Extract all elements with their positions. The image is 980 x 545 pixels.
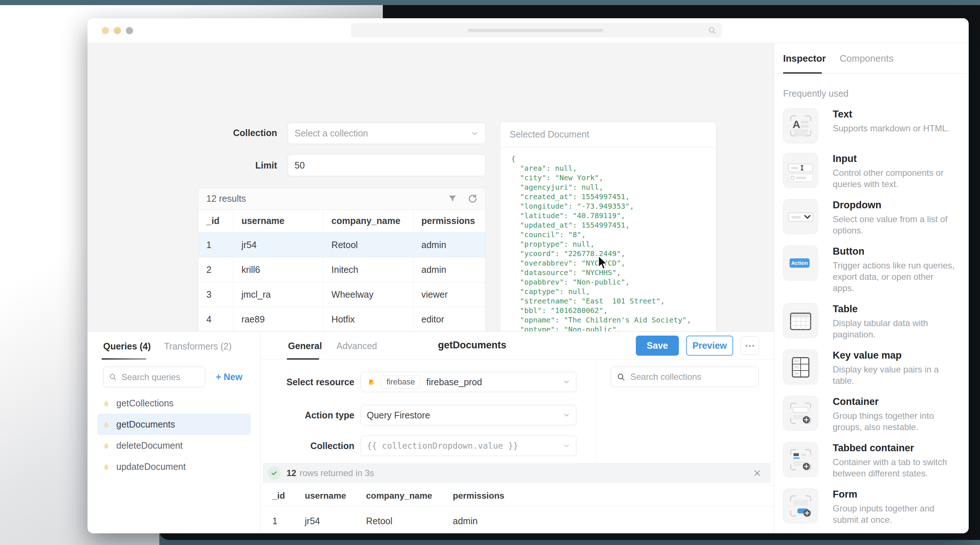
component-description: Control other components or queries with… — [833, 167, 957, 190]
table-cell: Wheelway — [323, 282, 414, 307]
active-tab-underline — [783, 72, 822, 74]
result-table-cell: admin — [441, 506, 774, 533]
table-cell: Hotfix — [323, 307, 414, 331]
table-cell: 3 — [198, 282, 233, 307]
table-cell: viewer — [413, 282, 485, 307]
firebase-query-icon — [102, 441, 111, 450]
component-text: Container Group things together into gro… — [833, 396, 957, 433]
query-name: getDocuments — [116, 419, 175, 430]
container-icon — [783, 396, 818, 431]
component-text: Tabbed container Container with a tab to… — [833, 442, 957, 479]
component-list-item[interactable]: Action Button Trigger actions like run q… — [783, 245, 969, 294]
tab-inspector[interactable]: Inspector — [783, 53, 826, 64]
table-cell: Initech — [323, 257, 414, 282]
ellipsis-icon — [745, 344, 755, 347]
component-icon-tile — [783, 349, 818, 384]
table-row[interactable]: 2krill6Initechadmin — [198, 257, 485, 282]
preview-button[interactable]: Preview — [686, 336, 733, 356]
filter-icon[interactable] — [448, 194, 457, 204]
query-list-item[interactable]: getCollections — [97, 392, 251, 414]
result-table-row[interactable]: 1jr54Retooladmin — [261, 506, 774, 533]
tab-components[interactable]: Components — [840, 53, 893, 64]
results-column-header[interactable]: username — [233, 210, 323, 233]
result-table-cell: Retool — [355, 506, 441, 533]
text-icon: A — [783, 108, 818, 143]
window-close-button[interactable] — [102, 27, 109, 34]
component-list-item[interactable]: Container Group things together into gro… — [783, 396, 969, 433]
results-column-header[interactable]: company_name — [323, 210, 414, 233]
component-name: Container — [833, 396, 957, 408]
search-queries-input[interactable]: Search queries — [103, 367, 205, 387]
results-table-card: 12 results — [198, 188, 485, 331]
component-description: Group things together into groups, also … — [833, 410, 957, 433]
component-name: Input — [833, 153, 957, 164]
window-zoom-button[interactable] — [126, 27, 133, 34]
search-queries-placeholder: Search queries — [121, 372, 180, 382]
tab-queries[interactable]: Queries (4) — [103, 341, 151, 352]
component-icon-tile: Action — [783, 245, 818, 280]
app-canvas: Collection Select a collection Limit 50 — [88, 43, 774, 331]
table-row[interactable]: 4rae89Hotfixeditor — [198, 307, 485, 331]
component-list-item[interactable]: Tabbed container Container with a tab to… — [783, 442, 969, 479]
tabbed-icon — [783, 442, 818, 477]
address-bar[interactable] — [351, 23, 722, 38]
results-column-header[interactable]: _id — [198, 210, 233, 233]
result-column-header: username — [293, 486, 355, 506]
chevron-down-icon — [471, 129, 479, 137]
status-message: rows returned in 3s — [300, 468, 374, 478]
tab-general[interactable]: General — [288, 341, 322, 351]
table-cell: rae89 — [233, 307, 323, 331]
mouse-cursor — [597, 255, 609, 271]
results-table-header: 12 results — [198, 188, 485, 210]
table-cell: 2 — [198, 257, 233, 282]
collection-select-placeholder: Select a collection — [294, 128, 368, 139]
component-list-item[interactable]: Table Display tabular data with paginati… — [783, 303, 969, 340]
refresh-icon[interactable] — [468, 194, 477, 204]
search-collections-input[interactable]: Search collections — [611, 367, 759, 387]
collection-template-input[interactable]: {{ collectionDropdown.value }} — [361, 435, 576, 456]
component-description: Select one value from a list of options. — [833, 214, 957, 236]
component-list-item[interactable]: Form Group inputs together and submit at… — [783, 488, 969, 525]
table-row[interactable]: 3jmcl_raWheelwayviewer — [198, 282, 485, 307]
svg-text:Action: Action — [791, 260, 808, 266]
component-text: Form Group inputs together and submit at… — [833, 488, 957, 525]
table-row[interactable]: 1jr54Retooladmin — [198, 233, 485, 257]
results-column-header[interactable]: permissions — [413, 210, 485, 233]
save-button[interactable]: Save — [636, 336, 679, 356]
queries-pane: Queries (4) Transformers (2) Search quer… — [88, 331, 261, 533]
limit-input[interactable]: 50 — [288, 154, 485, 176]
query-list-item[interactable]: updateDocument — [97, 456, 251, 477]
table-icon — [783, 303, 818, 338]
component-name: Key value map — [833, 350, 957, 361]
component-name: Form — [833, 489, 957, 500]
more-options-button[interactable] — [740, 336, 759, 355]
firebase-query-icon — [102, 462, 111, 471]
search-icon — [617, 373, 625, 382]
search-icon — [708, 26, 717, 35]
component-list-item[interactable]: A Text Supports markdown or HTML. — [783, 108, 969, 143]
table-cell: jr54 — [233, 233, 323, 257]
component-list-item[interactable]: Dropdown Select one value from a list of… — [783, 199, 969, 236]
new-query-button[interactable]: + New — [216, 372, 242, 382]
resource-select[interactable]: firebase firebase_prod — [361, 372, 576, 392]
limit-label: Limit — [88, 160, 277, 171]
active-tab-underline — [102, 358, 146, 360]
query-list-item[interactable]: deleteDocument — [97, 435, 251, 456]
query-name: getCollections — [116, 398, 173, 409]
component-list-item[interactable]: Input Control other components or querie… — [783, 153, 969, 190]
tab-transformers[interactable]: Transformers (2) — [164, 341, 232, 352]
editor-header: General Advanced getDocuments Save Previ… — [261, 331, 774, 360]
component-list-item[interactable]: Key value map Display key value pairs in… — [783, 349, 969, 386]
action-type-select[interactable]: Query Firestore — [361, 405, 576, 425]
component-description: Group inputs together and submit at once… — [833, 503, 957, 525]
query-list-item[interactable]: getDocuments — [97, 414, 251, 435]
collection-select[interactable]: Select a collection — [288, 123, 485, 144]
window-minimize-button[interactable] — [114, 27, 121, 34]
keyvalue-icon — [783, 349, 818, 384]
close-icon[interactable] — [753, 469, 761, 477]
collection-field-label: Collection — [261, 441, 355, 451]
sidebar-tabs: Inspector Components — [774, 43, 969, 74]
resource-name: firebase_prod — [426, 377, 482, 387]
tab-advanced[interactable]: Advanced — [337, 341, 377, 351]
result-column-header: permissions — [441, 486, 774, 506]
